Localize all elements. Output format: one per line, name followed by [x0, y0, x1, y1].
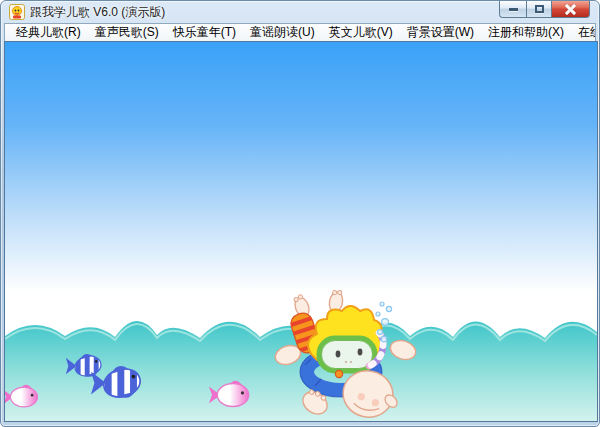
client-area — [4, 41, 598, 422]
window-title: 跟我学儿歌 V6.0 (演示版) — [30, 1, 165, 23]
minimize-icon — [509, 8, 518, 11]
menubar: 经典儿歌(R) 童声民歌(S) 快乐童年(T) 童谣朗读(U) 英文儿歌(V) … — [4, 23, 596, 41]
minimize-button[interactable] — [499, 1, 526, 18]
menu-folk-songs[interactable]: 童声民歌(S) — [88, 24, 166, 41]
maximize-icon — [535, 5, 544, 13]
menu-online-upgrade[interactable]: 在线升级(Y) — [571, 24, 596, 41]
menu-classic-songs[interactable]: 经典儿歌(R) — [9, 24, 88, 41]
close-button[interactable] — [552, 1, 590, 18]
menu-background[interactable]: 背景设置(W) — [400, 24, 481, 41]
titlebar[interactable]: 跟我学儿歌 V6.0 (演示版) — [1, 1, 599, 23]
app-window: 跟我学儿歌 V6.0 (演示版) 经典儿歌(R) 童声民歌(S) 快乐童年(T)… — [0, 0, 600, 427]
ring-valve — [335, 370, 342, 377]
swimmer-eye-right — [358, 349, 363, 356]
menu-register-help[interactable]: 注册和帮助(X) — [481, 24, 571, 41]
menu-rhyme-reading[interactable]: 童谣朗读(U) — [243, 24, 322, 41]
app-icon — [9, 4, 25, 20]
window-controls — [499, 1, 590, 18]
menu-happy-childhood[interactable]: 快乐童年(T) — [166, 24, 243, 41]
menu-english-songs[interactable]: 英文儿歌(V) — [322, 24, 400, 41]
close-icon — [565, 4, 576, 15]
sea-scene — [5, 42, 597, 421]
swimmer-eye-left — [336, 351, 341, 358]
maximize-button[interactable] — [526, 1, 552, 18]
